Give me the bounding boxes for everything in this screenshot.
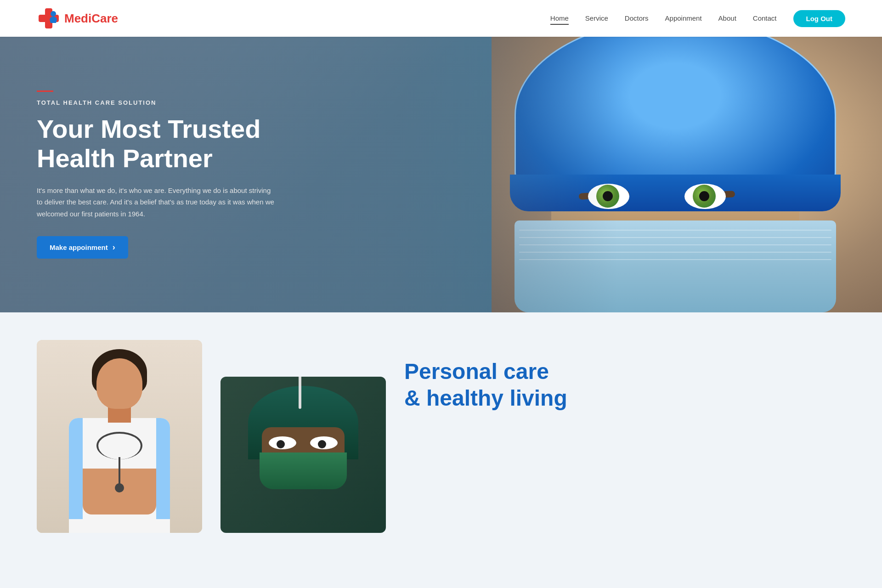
personal-care-heading: Personal care & healthy living (404, 358, 845, 411)
hero-section: TOTAL HEALTH CARE SOLUTION Your Most Tru… (0, 37, 882, 312)
chevron-right-icon: › (113, 243, 115, 252)
svg-point-2 (51, 11, 56, 17)
logo-text: MediCare (64, 11, 118, 26)
logout-button[interactable]: Log Out (793, 10, 845, 27)
nav-appoinment[interactable]: Appoinment (665, 14, 702, 25)
navbar: MediCare Home Service Doctors Appoinment… (0, 0, 882, 37)
nav-about[interactable]: About (718, 14, 736, 25)
nurse-image-card (37, 340, 202, 533)
nav-home[interactable]: Home (550, 14, 569, 25)
nav-links: Home Service Doctors Appoinment About Co… (550, 10, 845, 27)
below-hero-section: Personal care & healthy living (0, 312, 882, 533)
nav-service[interactable]: Service (585, 14, 608, 25)
hero-content: TOTAL HEALTH CARE SOLUTION Your Most Tru… (0, 37, 322, 312)
nav-doctors[interactable]: Doctors (625, 14, 649, 25)
surgeon-image-card (220, 377, 386, 533)
logo[interactable]: MediCare (37, 6, 118, 30)
hero-tagline-bar (37, 90, 53, 92)
nav-contact[interactable]: Contact (753, 14, 777, 25)
hero-description: It's more than what we do, it's who we a… (37, 185, 276, 220)
personal-care-section: Personal care & healthy living (404, 340, 845, 411)
hero-title: Your Most Trusted Health Partner (37, 114, 285, 174)
make-appointment-button[interactable]: Make appoinment › (37, 236, 128, 259)
hero-subtitle: TOTAL HEALTH CARE SOLUTION (37, 99, 285, 106)
logo-icon (37, 6, 61, 30)
surgeon-figure (220, 377, 386, 533)
